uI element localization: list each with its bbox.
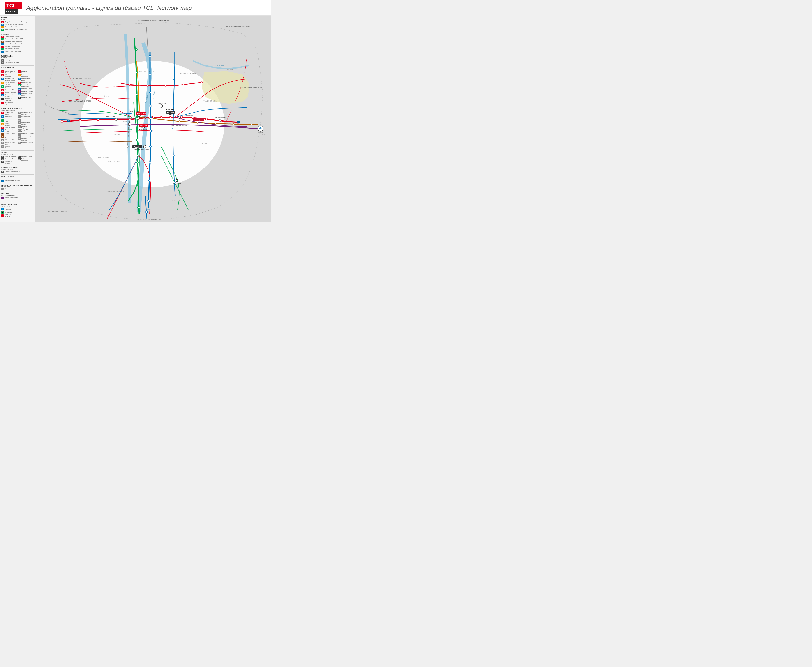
legend-item: 13 Part-Dieu ↔ Vernaison <box>18 70 34 74</box>
svg-point-27 <box>136 49 138 51</box>
line-badge: S4 <box>18 156 21 158</box>
website-text: www.tcl.fr <box>5 208 11 210</box>
legend-item: T7 Vaulx-en-Velin ↔ Aéroport <box>1 51 33 53</box>
line-badge: 41 <box>18 116 21 118</box>
line-badge: 32 <box>1 127 4 129</box>
legend-item: 45 Grange-Blanche ↔ Bron <box>18 129 34 133</box>
legend-item: 24 Part-Dieu ↔ Miribel <box>18 90 34 93</box>
legend-item: 23 Perrache ↔ Bron <box>18 88 34 90</box>
legend-item: EX Express railway services <box>1 179 33 182</box>
express-legend: GARE EXPRESS RAILWAY EXPRESS EX Express … <box>1 176 33 182</box>
phone-number: 04 26 10 12 12 <box>5 216 14 217</box>
website-info[interactable]: 🌐 www.tcl.fr <box>1 208 33 211</box>
legend-item: 33 Graines ↔ Vaulx-en-Velin <box>1 129 17 133</box>
legend-item: 19 Perrache ↔ Mions <box>18 82 34 84</box>
svg-point-70 <box>173 78 174 80</box>
svg-text:P: P <box>238 121 239 123</box>
legend-item: 43 Charpennes ↔ Rillieux <box>18 122 34 125</box>
line-badge: 1 <box>1 70 4 73</box>
legend-item: 28 Grandclément ↔ Bron <box>1 116 17 119</box>
svg-text:Villeurbanne: Villeurbanne <box>184 115 192 116</box>
app-info[interactable]: 📱 APPLI TCL <box>1 211 33 214</box>
legend-item: A Gorge de Loup ↔ Laurent Bonnevay <box>1 21 33 23</box>
svg-text:Part-Dieu: Part-Dieu <box>167 112 174 113</box>
line-badge: 40 <box>18 112 21 114</box>
svg-point-22 <box>150 130 152 132</box>
svg-point-28 <box>136 71 138 73</box>
legend-item: 36 Vénissieux ↔ Heyrieux <box>1 135 17 139</box>
line-badge: 12 <box>1 101 4 104</box>
legend-item: 39 Bellecour ↔ Chassieu <box>1 146 17 149</box>
svg-text:Bellecour: Bellecour <box>139 129 147 131</box>
svg-text:TER vers AMBERIEU-EN-BUGEY: TER vers AMBERIEU-EN-BUGEY <box>240 86 264 88</box>
legend-item: 5 Saint-Jean ↔ Combes <box>1 86 17 89</box>
legend-item: F2 Vieux-Lyon ↔ Fourvière <box>1 62 33 64</box>
legend-item: 52 Bellecour ↔ Quincieux <box>18 138 34 141</box>
line-badge: 25 <box>18 93 21 95</box>
line-badge: 35 <box>1 133 4 135</box>
svg-point-57 <box>129 84 130 86</box>
ondemand-legend: RÉSEAU TRANSPORT À LA DEMANDE ON-DEMAND … <box>1 184 33 191</box>
svg-point-103 <box>127 146 128 147</box>
svg-point-20 <box>149 105 151 107</box>
metro-title: MÉTRO SUBWAY <box>1 17 33 21</box>
legend-item: T2 Perrache ↔ Saint-Priest Bel Air <box>1 38 33 40</box>
line-badge: 19 <box>18 82 21 84</box>
svg-point-112 <box>145 211 147 213</box>
funicular-f1-badge: F1 <box>1 59 4 61</box>
svg-text:Oullins: Oullins <box>146 209 151 211</box>
svg-text:LYON: LYON <box>139 116 147 119</box>
svg-point-29 <box>136 94 138 96</box>
svg-text:vers VILLEFRANCHE-SUR-SAÔNE / : vers VILLEFRANCHE-SUR-SAÔNE / MÂCON <box>134 20 171 22</box>
funicular-title: FUNICULAIRE FUNICULAR <box>1 55 33 59</box>
legend-item: 35 Charmy ↔ Mions <box>1 133 17 135</box>
svg-text:BRON: BRON <box>201 143 207 145</box>
legend-item: 7 Caluire ↔ Gerland <box>1 91 17 94</box>
map-area[interactable]: Bellecour Perrache Part-Dieu Hôtel de Vi… <box>35 16 271 222</box>
svg-text:Charpennes: Charpennes <box>157 103 166 104</box>
svg-point-66 <box>197 122 198 123</box>
line-badge: 22 <box>18 84 21 86</box>
legend-item: S5 Bellecour ↔ Vénissieux <box>18 158 34 162</box>
svg-point-62 <box>138 173 139 174</box>
svg-point-63 <box>137 155 138 156</box>
line-badge: 45 <box>18 129 21 131</box>
svg-text:Hôtel de Ville: Hôtel de Ville <box>137 113 146 114</box>
svg-text:Perrache: Perrache <box>134 146 140 148</box>
svg-text:ÉCULLY: ÉCULLY <box>104 95 111 98</box>
line-badge: 24 <box>18 90 21 93</box>
legend-item: C Cuire ↔ Hôtel de Ville <box>1 26 33 28</box>
svg-text:SAINT-GENIS-LAVAL: SAINT-GENIS-LAVAL <box>108 190 125 192</box>
legend-item: T6 Technopole ↔ Debourg <box>1 48 33 50</box>
svg-point-69 <box>251 124 252 125</box>
metro-legend: MÉTRO SUBWAY A Gorge de Loup ↔ Laurent B… <box>1 17 33 31</box>
svg-point-12 <box>181 116 183 118</box>
line-badge: 6 <box>1 89 4 91</box>
legend-item: 17 Charpennes ↔ Rillieux <box>18 78 34 81</box>
svg-point-67 <box>215 123 216 124</box>
soiree-legend: SOIRÉE LOCAL SERVICE S1 Perrache ↔ Rilli… <box>1 152 33 164</box>
svg-point-18 <box>149 73 151 75</box>
page-container: TCL SYTRAL Agglomération lyonnaise - Lig… <box>0 0 271 222</box>
intercity-legend: INTERCITÉ INTERCITY SERVICE IC Intercity… <box>1 193 33 199</box>
phone-info[interactable]: 📞 ALLÔ TCL 04 26 10 12 12 <box>1 214 33 217</box>
svg-point-43 <box>160 105 162 107</box>
svg-text:Aéroport: Aéroport <box>258 131 263 133</box>
svg-point-33 <box>137 184 139 186</box>
tram-t5-badge: T5 <box>1 46 4 48</box>
svg-text:Gorge de Loup: Gorge de Loup <box>106 116 117 117</box>
svg-point-49 <box>115 118 117 121</box>
line-badge: IC <box>1 197 4 199</box>
express-title: GARE EXPRESS RAILWAY EXPRESS <box>1 176 33 179</box>
line-badge: 46 <box>18 133 21 135</box>
svg-point-47 <box>143 145 146 148</box>
page-title: Agglomération lyonnaise - Lignes du rése… <box>27 4 266 12</box>
line-badge: 44 <box>18 125 21 128</box>
legend-item: 4 Charbonnières ↔ Part-Dieu <box>1 82 17 85</box>
svg-text:FRANCHEVILLE: FRANCHEVILLE <box>96 156 109 158</box>
major-lines-columns: 1 Graines Caserne ↔ Gare de Perrache 2 B… <box>1 70 33 105</box>
legend-item: 46 Part-Dieu ↔ Jonage <box>18 133 34 135</box>
line-badge: 11 <box>1 98 4 100</box>
svg-point-68 <box>233 123 234 125</box>
line-badge: S5 <box>18 158 21 160</box>
